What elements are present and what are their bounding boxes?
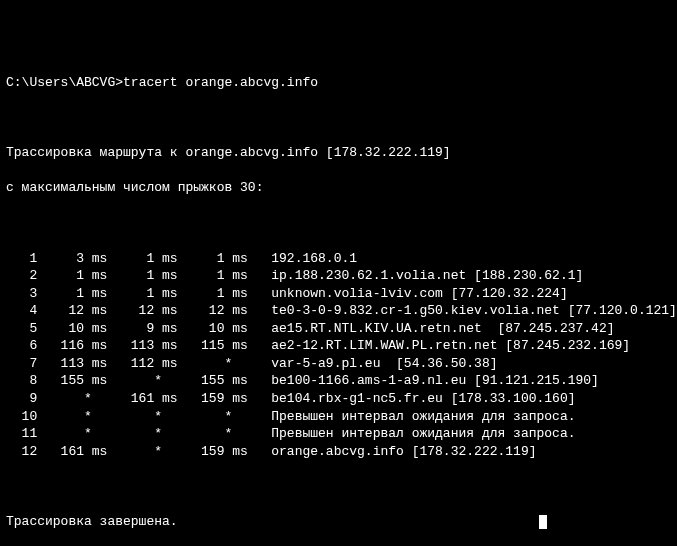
prompt-path: C:\Users\ABCVG> [6, 75, 123, 90]
tracert-hop-row: 3 1 ms 1 ms 1 ms unknown.volia-lviv.com … [6, 285, 671, 303]
tracert-hop-row: 10 * * * Превышен интервал ожидания для … [6, 408, 671, 426]
tracert-hop-row: 9 * 161 ms 159 ms be104.rbx-g1-nc5.fr.eu… [6, 390, 671, 408]
prompt-line-1[interactable]: C:\Users\ABCVG>tracert orange.abcvg.info [6, 74, 671, 92]
tracert-hop-row: 6 116 ms 113 ms 115 ms ae2-12.RT.LIM.WAW… [6, 337, 671, 355]
tracert-header-2: с максимальным числом прыжков 30: [6, 179, 671, 197]
cursor-block [539, 515, 547, 529]
command-tracert: tracert orange.abcvg.info [123, 75, 318, 90]
tracert-hop-row: 8 155 ms * 155 ms be100-1166.ams-1-a9.nl… [6, 372, 671, 390]
tracert-header-1: Трассировка маршрута к orange.abcvg.info… [6, 144, 671, 162]
tracert-hop-row: 11 * * * Превышен интервал ожидания для … [6, 425, 671, 443]
tracert-hop-row: 5 10 ms 9 ms 10 ms ae15.RT.NTL.KIV.UA.re… [6, 320, 671, 338]
tracert-done-line: Трассировка завершена. [6, 513, 671, 531]
tracert-hop-row: 7 113 ms 112 ms * var-5-a9.pl.eu [54.36.… [6, 355, 671, 373]
tracert-hop-row: 1 3 ms 1 ms 1 ms 192.168.0.1 [6, 250, 671, 268]
tracert-hop-row: 12 161 ms * 159 ms orange.abcvg.info [17… [6, 443, 671, 461]
blank-line [6, 109, 671, 127]
tracert-hop-row: 2 1 ms 1 ms 1 ms ip.188.230.62.1.volia.n… [6, 267, 671, 285]
tracert-done-text: Трассировка завершена. [6, 514, 537, 529]
blank-line [6, 215, 671, 233]
tracert-hop-row: 4 12 ms 12 ms 12 ms te0-3-0-9.832.cr-1.g… [6, 302, 671, 320]
blank-line [6, 478, 671, 496]
tracert-hops: 1 3 ms 1 ms 1 ms 192.168.0.1 2 1 ms 1 ms… [6, 250, 671, 461]
